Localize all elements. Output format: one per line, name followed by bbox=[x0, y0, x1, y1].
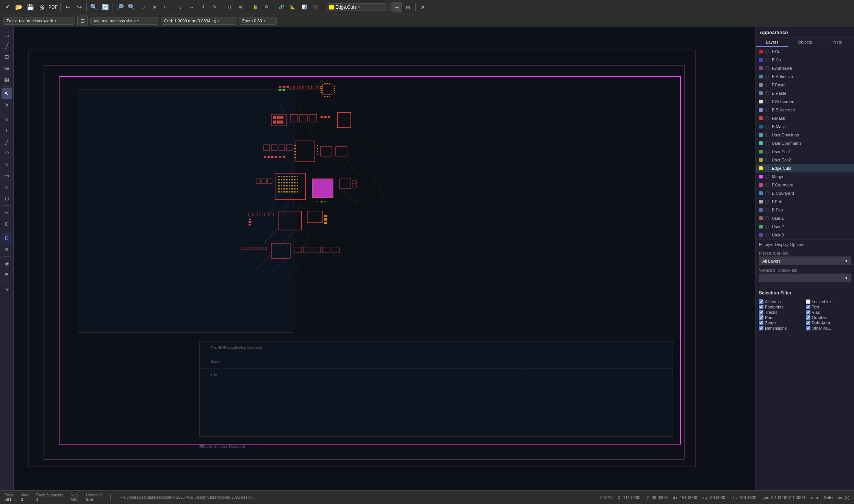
layer-item-userdrawings[interactable]: ◯ User.Drawings bbox=[756, 131, 854, 139]
netlist-button[interactable]: 🔗 bbox=[276, 2, 287, 13]
layer-visibility-user3[interactable]: ◯ bbox=[765, 233, 770, 237]
layer-visibility-bcu[interactable]: ◯ bbox=[765, 58, 770, 62]
pdf-button[interactable]: PDF bbox=[48, 2, 58, 13]
toggle-display-button[interactable]: ⊠ bbox=[403, 2, 413, 13]
add-image-tool[interactable]: ⊡ bbox=[2, 219, 12, 229]
layer-item-user3[interactable]: ◯ User.3 bbox=[756, 231, 854, 239]
draw-arc-tool[interactable]: ◠ bbox=[2, 148, 12, 158]
new-button[interactable]: 🗎 bbox=[2, 2, 13, 13]
filter-vias-checkbox[interactable] bbox=[806, 310, 810, 315]
mirror-h-button[interactable]: ↔ bbox=[186, 2, 197, 13]
inspect-tool[interactable]: ◉ bbox=[2, 258, 12, 269]
python-scripting[interactable]: py bbox=[2, 283, 12, 294]
tab-objects[interactable]: Objects bbox=[788, 38, 821, 47]
grid-dropdown[interactable]: Grid: 1.0000 mm (0.0394 in) ▾ bbox=[161, 17, 236, 25]
zoom-out-button[interactable]: 🔍 bbox=[126, 2, 137, 13]
layer-visibility-bcourtyard[interactable]: ◯ bbox=[765, 191, 770, 196]
search-button[interactable]: 🔍 bbox=[89, 2, 99, 13]
filter-footprints-checkbox[interactable] bbox=[759, 305, 763, 309]
track-width-dropdown[interactable]: Track: use netclass width ▾ bbox=[3, 17, 75, 25]
filter-other-items-checkbox[interactable] bbox=[806, 326, 810, 330]
layer-item-fadhesive[interactable]: ◯ F.Adhesive bbox=[756, 64, 854, 72]
flip-board-button[interactable]: ↕ bbox=[175, 2, 186, 13]
cursor-tool[interactable]: ↖ bbox=[2, 88, 12, 99]
draw-rect-tool[interactable]: ▭ bbox=[2, 171, 12, 181]
close-button[interactable]: ✕ bbox=[418, 2, 428, 13]
layer-item-usereco1[interactable]: ◯ User.Eco1 bbox=[756, 147, 854, 156]
layer-visibility-bmask[interactable]: ◯ bbox=[765, 124, 770, 129]
layer-visibility-fadhesive[interactable]: ◯ bbox=[765, 66, 770, 70]
save-button[interactable]: 💾 bbox=[25, 2, 36, 13]
redo-button[interactable]: ↪ bbox=[74, 2, 84, 13]
mirror-v-button[interactable]: ⇕ bbox=[198, 2, 208, 13]
layer-item-fmask[interactable]: ◯ F.Mask bbox=[756, 114, 854, 122]
board-stats-button[interactable]: 📊 bbox=[299, 2, 310, 13]
route-single-track[interactable]: ╱ bbox=[2, 40, 12, 51]
layer-item-bpaste[interactable]: ◯ B.Paste bbox=[756, 89, 854, 97]
layer-item-fcourtyard[interactable]: ◯ F.Courtyard bbox=[756, 181, 854, 189]
layer-visibility-badhesive[interactable]: ◯ bbox=[765, 74, 770, 79]
group-button[interactable]: ⊠ bbox=[235, 2, 246, 13]
prev-layer-button[interactable]: ⊟ bbox=[391, 2, 402, 13]
zoom-area-button[interactable]: ⊞ bbox=[149, 2, 160, 13]
draw-polygon-tool[interactable]: ⬡ bbox=[2, 193, 12, 204]
layer-visibility-fmask[interactable]: ◯ bbox=[765, 116, 770, 121]
layer-visibility-usercomments[interactable]: ◯ bbox=[765, 141, 770, 146]
add-footprint-tool[interactable]: ⊞ bbox=[2, 114, 12, 124]
filter-pads-checkbox[interactable] bbox=[759, 315, 763, 320]
measure-tool[interactable]: ⇔ bbox=[2, 207, 12, 218]
route-icon-button[interactable]: ⊟ bbox=[77, 16, 88, 26]
layer-visibility-fsilkscreen[interactable]: ◯ bbox=[765, 99, 770, 104]
draw-line-tool[interactable]: ╱ bbox=[2, 136, 12, 147]
layer-item-usereco2[interactable]: ◯ User.Eco2 bbox=[756, 156, 854, 164]
layer-visibility-usereco1[interactable]: ◯ bbox=[765, 149, 770, 154]
layer-item-user2[interactable]: ◯ User.2 bbox=[756, 222, 854, 231]
add-via-tool[interactable]: via bbox=[2, 63, 12, 74]
layer-visibility-user2[interactable]: ◯ bbox=[765, 224, 770, 229]
zoom-in-button[interactable]: 🔎 bbox=[115, 2, 125, 13]
layer-selector[interactable]: Edge.Cuts ▾ bbox=[327, 3, 387, 11]
filter-locked-items-checkbox[interactable] bbox=[806, 299, 810, 304]
undo-button[interactable]: ↩ bbox=[63, 2, 73, 13]
rotate-button[interactable]: ↻ bbox=[209, 2, 220, 13]
design-rules-button[interactable]: 📐 bbox=[288, 2, 298, 13]
layer-visibility-fpaste[interactable]: ◯ bbox=[765, 83, 770, 87]
layer-visibility-usereco2[interactable]: ◯ bbox=[765, 158, 770, 162]
layer-item-fcu[interactable]: ◯ F.Cu bbox=[756, 47, 854, 56]
interactive-router-tool[interactable]: ⊟ bbox=[2, 233, 12, 243]
layer-item-bmask[interactable]: ◯ B.Mask bbox=[756, 122, 854, 131]
layer-item-user1[interactable]: ◯ User.1 bbox=[756, 214, 854, 222]
layer-display-options-toggle[interactable]: ▶ Layer Display Options bbox=[756, 239, 854, 249]
draw-bezier-tool[interactable]: ∿ bbox=[2, 159, 12, 170]
print-button[interactable]: 🖨 bbox=[36, 2, 47, 13]
add-text-tool[interactable]: T bbox=[2, 125, 12, 136]
layer-item-bfab[interactable]: ◯ B.Fab bbox=[756, 206, 854, 214]
layer-visibility-userdrawings[interactable]: ◯ bbox=[765, 133, 770, 137]
lock-button[interactable]: 🔒 bbox=[250, 2, 261, 13]
layer-item-bsilkscreen[interactable]: ◯ B.Silkscreen bbox=[756, 106, 854, 114]
layer-visibility-margin[interactable]: ◯ bbox=[765, 174, 770, 179]
layer-visibility-bfab[interactable]: ◯ bbox=[765, 208, 770, 212]
route-diff-pair[interactable]: ⊟ bbox=[2, 52, 12, 62]
layer-item-margin[interactable]: ◯ Margin bbox=[756, 172, 854, 181]
highlight-net[interactable]: ✕ bbox=[2, 100, 12, 110]
canvas-area[interactable]: Sheet: File: /EMRadio.desktop Ihead.pcb … bbox=[14, 27, 755, 490]
tab-layers[interactable]: Layers bbox=[756, 38, 788, 47]
layer-item-fsilkscreen[interactable]: ◯ F.Silkscreen bbox=[756, 97, 854, 106]
align-button[interactable]: ⊟ bbox=[224, 2, 235, 13]
filter-tracks-checkbox[interactable] bbox=[759, 310, 763, 315]
open-button[interactable]: 📂 bbox=[14, 2, 24, 13]
layer-item-bcu[interactable]: ◯ B.Cu bbox=[756, 56, 854, 64]
layer-item-badhesive[interactable]: ◯ B.Adhesive bbox=[756, 72, 854, 81]
refresh-button[interactable]: 🔄 bbox=[100, 2, 111, 13]
layer-item-bcourtyard[interactable]: ◯ B.Courtyard bbox=[756, 189, 854, 197]
layer-visibility-fcu[interactable]: ◯ bbox=[765, 49, 770, 54]
filter-rule-areas-checkbox[interactable] bbox=[806, 321, 810, 325]
via-size-dropdown[interactable]: Via: use netclass sizes ▾ bbox=[90, 17, 158, 25]
layer-item-ffab[interactable]: ◯ F.Fab bbox=[756, 197, 854, 206]
length-tuning-tool[interactable]: ≋ bbox=[2, 244, 12, 255]
select-tool[interactable]: ⬚ bbox=[2, 29, 12, 39]
layer-visibility-fcourtyard[interactable]: ◯ bbox=[765, 183, 770, 187]
layer-item-fpaste[interactable]: ◯ F.Paste bbox=[756, 81, 854, 89]
presets-dropdown[interactable]: All Layers ▾ bbox=[759, 257, 851, 265]
